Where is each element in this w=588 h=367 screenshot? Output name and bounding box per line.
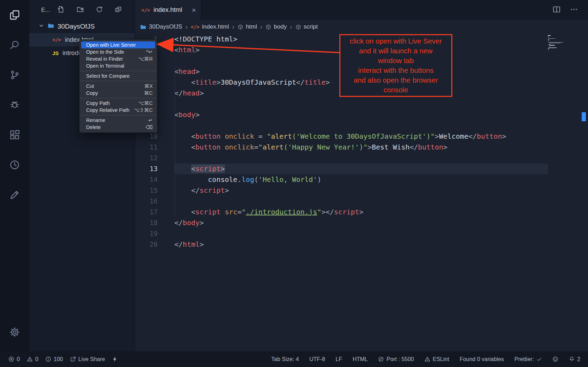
code-line[interactable]: 14 console.log('Hello, World') [135, 174, 588, 185]
breadcrumb-item[interactable]: script [295, 23, 318, 30]
status-prettier[interactable]: Prettier: [514, 356, 542, 362]
status-quick-action[interactable] [112, 356, 118, 362]
menu-item[interactable]: Copy Relative Path⌥⇧⌘C [80, 107, 157, 114]
menu-item[interactable]: Open with Live Server [81, 41, 155, 48]
activity-search[interactable] [0, 30, 29, 60]
folder-icon [140, 24, 146, 30]
indent-guide [175, 66, 175, 217]
status-eslint[interactable]: ESLint [424, 356, 449, 362]
clock-icon [9, 159, 20, 170]
activity-bar [0, 0, 29, 351]
status-feedback[interactable] [552, 356, 558, 362]
menu-item[interactable]: Cut⌘X [80, 83, 157, 90]
annotation-box: click on open with Live Severand it will… [339, 34, 452, 97]
more-button[interactable] [570, 5, 578, 15]
overview-ruler-marker [582, 112, 586, 121]
status-tab-size[interactable]: Tab Size: 4 [271, 356, 299, 362]
collapse-all-button[interactable] [115, 6, 122, 15]
cube-icon [265, 24, 271, 30]
status-port[interactable]: Port : 5500 [378, 356, 414, 362]
activity-pen[interactable] [0, 180, 29, 210]
code-line[interactable]: 7 [135, 99, 588, 109]
menu-item[interactable]: Open to the Side^↵ [80, 48, 157, 55]
minimap[interactable] [548, 35, 580, 51]
status-warnings[interactable]: 0 [27, 356, 38, 362]
split-editor-button[interactable] [552, 5, 561, 15]
activity-clock[interactable] [0, 150, 29, 180]
menu-separator [80, 71, 157, 71]
activity-explorer[interactable] [0, 0, 29, 30]
line-number: 11 [135, 142, 174, 153]
slash-icon [378, 356, 384, 362]
new-file-button[interactable] [57, 6, 65, 15]
activity-bar-bottom [0, 317, 29, 347]
warning-icon [424, 356, 430, 362]
code-line[interactable]: 13 <script> [135, 163, 588, 174]
code-line[interactable]: 20</html> [135, 239, 588, 250]
activity-run-debug[interactable] [0, 90, 29, 120]
status-language-mode[interactable]: HTML [353, 356, 368, 362]
folder-label: 30DaysOfJS [58, 23, 95, 30]
menu-item[interactable]: Select for Compare [80, 72, 157, 79]
line-number: 14 [135, 174, 174, 185]
activity-bar-items [0, 0, 29, 210]
activity-settings[interactable] [0, 317, 29, 347]
status-bar: 00100Live Share Tab Size: 4UTF-8LFHTMLPo… [0, 351, 588, 367]
refresh-button[interactable] [96, 6, 103, 15]
menu-item[interactable]: Copy Path⌥⌘C [80, 100, 157, 107]
html-file-icon: </> [141, 7, 150, 13]
annotation-line: and it will launch a new [340, 46, 451, 56]
code-line[interactable]: 11 <button onclick="alert('Happy New Yea… [135, 142, 588, 153]
status-notifications[interactable]: 2 [569, 356, 580, 362]
status-errors[interactable]: 0 [8, 356, 20, 362]
code-line[interactable]: 12 [135, 153, 588, 163]
code-line[interactable]: 10 <button onclick = "alert('Welcome to … [135, 131, 588, 142]
menu-separator [80, 115, 157, 115]
status-right: Tab Size: 4UTF-8LFHTMLPort : 5500ESLintF… [271, 356, 588, 362]
breadcrumb-item[interactable]: body [265, 23, 287, 30]
breadcrumb-separator: › [185, 23, 187, 31]
code-line[interactable]: 18</body> [135, 217, 588, 228]
check-icon [536, 357, 542, 362]
menu-item[interactable]: Open in Terminal [80, 62, 157, 69]
code-line[interactable]: 19 [135, 228, 588, 239]
breadcrumb-item[interactable]: html [238, 23, 257, 30]
menu-item[interactable]: Reveal in Finder⌥⌘R [80, 55, 157, 62]
status-info[interactable]: 100 [45, 356, 63, 362]
html-file-icon: </> [52, 37, 61, 43]
line-number: 15 [135, 185, 174, 196]
folder-icon [47, 22, 54, 29]
warning-icon [27, 356, 33, 362]
activity-extensions[interactable] [0, 120, 29, 150]
breadcrumb-item[interactable]: 30DaysOfJS [140, 23, 182, 30]
status-encoding[interactable]: UTF-8 [309, 356, 325, 362]
breadcrumb-separator: › [290, 23, 292, 31]
js-file-icon: JS [52, 50, 59, 56]
new-folder-button[interactable] [76, 6, 84, 15]
share-icon [70, 356, 76, 362]
code-line[interactable]: 16 [135, 196, 588, 207]
menu-item[interactable]: Delete⌫ [80, 124, 157, 131]
bolt-icon [112, 356, 118, 362]
status-live-share[interactable]: Live Share [70, 356, 105, 362]
activity-source-control[interactable] [0, 60, 29, 90]
extensions-icon [9, 129, 20, 140]
settings-icon [9, 327, 20, 338]
code-line[interactable]: 8<body> [135, 109, 588, 120]
menu-separator [80, 81, 157, 81]
collapse-all-icon [115, 6, 122, 13]
status-found-variables[interactable]: Found 0 variables [460, 356, 504, 362]
folder-30daysofjs[interactable]: 30DaysOfJS [29, 20, 135, 33]
split-editor-icon [552, 5, 561, 14]
code-line[interactable]: 17 <script src="./introduction.js"></scr… [135, 207, 588, 217]
tab-index-html[interactable]: </> index.html × [135, 0, 201, 20]
search-icon [9, 39, 20, 51]
menu-item[interactable]: Copy⌘C [80, 90, 157, 97]
status-eol[interactable]: LF [336, 356, 342, 362]
code-line[interactable]: 15 </script> [135, 185, 588, 196]
breadcrumb-item[interactable]: </>index.html [191, 23, 229, 30]
code-line[interactable]: 9 [135, 120, 588, 131]
close-icon[interactable]: × [192, 6, 196, 14]
menu-item[interactable]: Rename↵ [80, 117, 157, 124]
error-icon [8, 356, 14, 362]
